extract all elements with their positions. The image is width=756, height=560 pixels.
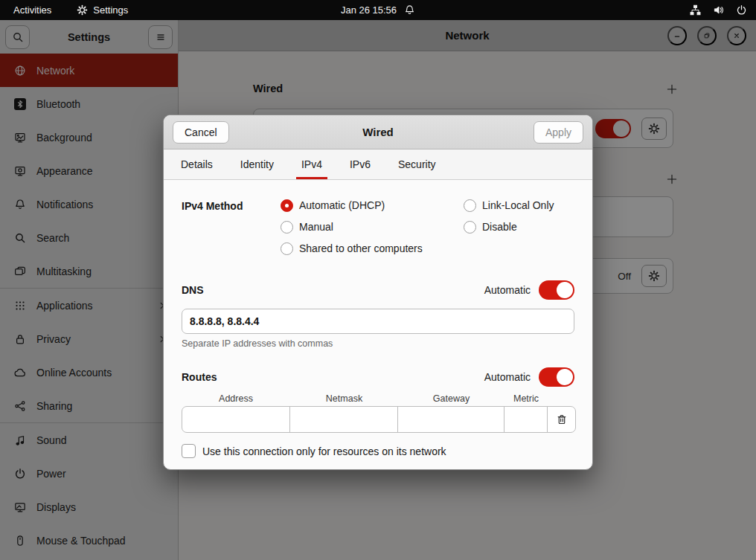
dialog-headerbar: Cancel Wired Apply: [164, 115, 592, 149]
checkbox-label: Use this connection only for resources o…: [202, 445, 446, 457]
dns-helper-text: Separate IP addresses with commas: [182, 338, 574, 349]
radio-automatic-dhcp[interactable]: Automatic (DHCP): [281, 199, 464, 212]
gear-icon: [77, 4, 88, 16]
routes-column-headers: Address Netmask Gateway Metric: [182, 393, 574, 406]
radio-icon: [281, 242, 293, 255]
radio-link-local[interactable]: Link-Local Only: [464, 199, 554, 212]
clock[interactable]: Jan 26 15:56: [341, 4, 397, 16]
tab-ipv4[interactable]: IPv4: [298, 149, 326, 179]
radio-label: Manual: [299, 221, 333, 233]
trash-icon: [556, 413, 568, 425]
routes-header: Routes Automatic: [182, 367, 574, 387]
ipv4-method-group: IPv4 Method Automatic (DHCP) Manual S: [182, 199, 574, 263]
radio-manual[interactable]: Manual: [281, 220, 464, 234]
route-gateway-input[interactable]: [397, 406, 504, 433]
routes-row: [182, 406, 574, 433]
delete-route-button[interactable]: [547, 406, 576, 433]
tab-ipv6[interactable]: IPv6: [346, 149, 374, 179]
radio-icon: [464, 221, 476, 234]
column-header-address: Address: [182, 393, 290, 406]
radio-icon: [281, 221, 293, 234]
routes-label: Routes: [182, 371, 217, 383]
settings-window: Settings Network Bluetooth Background: [0, 20, 756, 560]
column-header-gateway: Gateway: [398, 393, 504, 406]
routes-automatic-label: Automatic: [484, 371, 531, 383]
radio-shared[interactable]: Shared to other computers: [281, 242, 464, 255]
radio-icon: [464, 199, 476, 212]
route-address-input[interactable]: [182, 406, 290, 433]
radio-icon: [281, 199, 293, 212]
system-tray[interactable]: [690, 4, 747, 16]
wired-dialog: Cancel Wired Apply Details Identity IPv4…: [163, 115, 593, 470]
dns-automatic-label: Automatic: [484, 284, 531, 296]
column-header-metric: Metric: [504, 393, 548, 406]
tab-details[interactable]: Details: [177, 149, 217, 179]
screen: Activities Settings Jan 26 15:56 Setting…: [0, 0, 756, 560]
routes-automatic-toggle[interactable]: [539, 367, 574, 387]
radio-label: Shared to other computers: [299, 242, 423, 254]
dns-input[interactable]: [182, 309, 574, 334]
activities-button[interactable]: Activities: [13, 4, 51, 16]
dialog-body: IPv4 Method Automatic (DHCP) Manual S: [164, 180, 592, 469]
network-wired-icon: [690, 4, 701, 16]
bell-icon: [404, 4, 415, 16]
restrict-connection-row[interactable]: Use this connection only for resources o…: [182, 444, 574, 458]
dns-automatic-toggle[interactable]: [539, 280, 574, 300]
radio-label: Disable: [482, 221, 517, 233]
dns-label: DNS: [182, 284, 204, 296]
power-icon: [736, 4, 747, 16]
cancel-button[interactable]: Cancel: [173, 121, 229, 144]
ipv4-method-label: IPv4 Method: [182, 199, 281, 263]
route-netmask-input[interactable]: [289, 406, 398, 433]
dialog-tabs: Details Identity IPv4 IPv6 Security: [164, 149, 592, 180]
app-indicator[interactable]: Settings: [77, 4, 128, 16]
tab-identity[interactable]: Identity: [237, 149, 278, 179]
radio-label: Automatic (DHCP): [299, 199, 385, 211]
route-metric-input[interactable]: [504, 406, 548, 433]
radio-disable[interactable]: Disable: [464, 220, 554, 234]
column-header-netmask: Netmask: [290, 393, 398, 406]
dns-header: DNS Automatic: [182, 280, 574, 300]
checkbox-icon: [182, 444, 196, 458]
radio-label: Link-Local Only: [482, 199, 554, 211]
tab-security[interactable]: Security: [394, 149, 440, 179]
top-system-bar: Activities Settings Jan 26 15:56: [0, 0, 756, 20]
apply-button[interactable]: Apply: [534, 121, 583, 144]
app-indicator-label: Settings: [93, 4, 128, 16]
volume-icon: [713, 4, 724, 16]
